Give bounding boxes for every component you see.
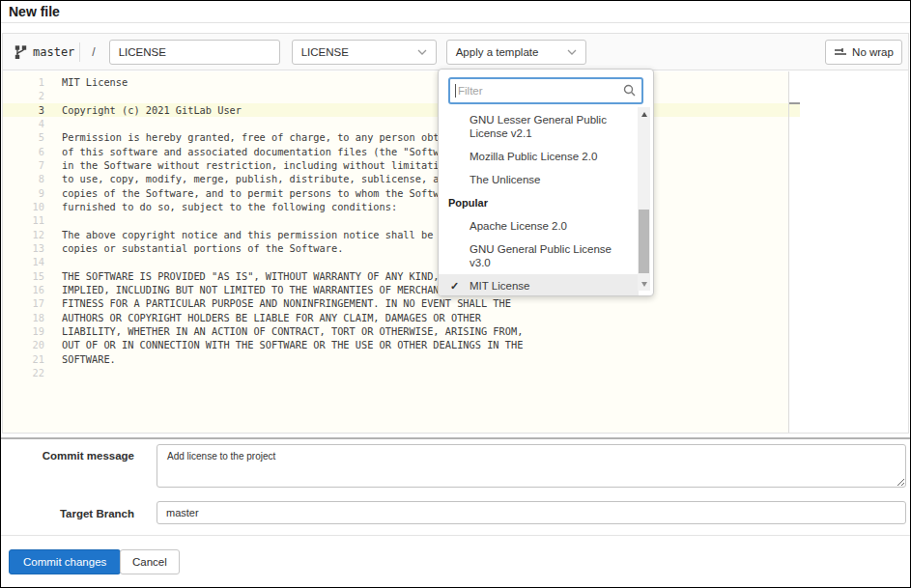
template-option[interactable]: GNU General Public License v3.0 — [439, 238, 639, 274]
code-line[interactable]: SOFTWARE. — [62, 352, 908, 366]
line-number: 3 — [3, 103, 44, 117]
commit-message-label: Commit message — [1, 450, 134, 462]
template-option[interactable]: The Unlicense — [439, 168, 639, 191]
no-wrap-icon — [834, 46, 847, 58]
template-option-label: Mozilla Public License 2.0 — [470, 151, 597, 162]
scroll-up-icon — [641, 112, 647, 117]
line-number: 14 — [3, 255, 44, 268]
line-number: 1 — [3, 75, 44, 89]
filter-field — [448, 77, 643, 104]
scrollbar-thumb[interactable] — [639, 210, 649, 273]
code-line[interactable]: OUT OF OR IN CONNECTION WITH THE SOFTWAR… — [62, 338, 908, 351]
commit-message-input[interactable]: Add license to the project — [157, 444, 906, 488]
branch-ref: master — [14, 45, 74, 59]
chevron-down-icon — [567, 49, 577, 55]
line-number: 17 — [3, 296, 44, 310]
git-branch-icon — [14, 45, 27, 59]
editor-gutter: 12345678910111213141516171819202122 — [3, 75, 44, 379]
line-number: 6 — [3, 145, 44, 158]
line-number: 19 — [3, 324, 44, 338]
license-type-select[interactable]: LICENSE — [292, 40, 437, 65]
line-number: 22 — [3, 366, 44, 379]
chevron-down-icon — [417, 49, 427, 55]
line-number: 9 — [3, 186, 44, 200]
template-option-label: GNU General Public License v3.0 — [470, 243, 612, 268]
template-option-label: Apache License 2.0 — [470, 220, 567, 232]
cancel-button[interactable]: Cancel — [120, 549, 180, 574]
commit-changes-button[interactable]: Commit changes — [9, 549, 121, 574]
check-icon: ✓ — [450, 279, 459, 293]
template-option-label: GNU Lesser General Public License v2.1 — [470, 114, 607, 139]
file-toolbar: master / LICENSE Apply a template — [3, 34, 908, 70]
dropdown-section-header: Popular — [439, 191, 639, 214]
line-number: 10 — [3, 200, 44, 213]
line-number: 16 — [3, 283, 44, 296]
template-option[interactable]: ✓MIT License — [439, 274, 639, 296]
line-number: 12 — [3, 228, 44, 241]
filename-input[interactable] — [109, 40, 280, 65]
section-divider — [1, 437, 910, 439]
page-title: New file — [9, 4, 60, 19]
no-wrap-label: No wrap — [852, 46, 894, 58]
line-number: 7 — [3, 158, 44, 172]
line-number: 11 — [3, 213, 44, 227]
line-number: 13 — [3, 241, 44, 255]
path-separator: / — [92, 45, 95, 59]
template-option[interactable]: Apache License 2.0 — [439, 214, 639, 238]
code-line[interactable]: FITNESS FOR A PARTICULAR PURPOSE AND NON… — [62, 296, 908, 310]
footer-divider — [1, 535, 910, 536]
template-option[interactable]: Mozilla Public License 2.0 — [439, 145, 639, 168]
apply-template-select-value: Apply a template — [456, 46, 539, 58]
search-icon — [623, 84, 636, 97]
no-wrap-button[interactable]: No wrap — [825, 40, 902, 65]
scroll-up-button[interactable] — [638, 107, 650, 121]
template-option-label: The Unlicense — [470, 174, 541, 185]
text-caret — [455, 84, 456, 98]
scrollbar-track[interactable] — [638, 121, 650, 277]
template-option-label: MIT License — [470, 280, 529, 292]
template-option[interactable]: GNU Lesser General Public License v2.1 — [439, 108, 639, 145]
code-line[interactable]: LIABILITY, WHETHER IN AN ACTION OF CONTR… — [62, 324, 908, 338]
code-line[interactable] — [62, 366, 908, 379]
toolbar-divider — [79, 42, 80, 62]
target-branch-label: Target Branch — [1, 508, 134, 519]
line-number: 5 — [3, 130, 44, 144]
new-file-page: New file master / LICENSE — [0, 0, 911, 588]
line-number: 2 — [3, 89, 44, 102]
dropdown-scrollbar[interactable] — [638, 107, 650, 291]
branch-name: master — [33, 45, 74, 59]
line-number: 4 — [3, 117, 44, 130]
title-divider — [1, 22, 910, 23]
line-number: 20 — [3, 338, 44, 351]
line-number: 15 — [3, 269, 44, 283]
code-line[interactable]: AUTHORS OR COPYRIGHT HOLDERS BE LIABLE F… — [62, 311, 908, 324]
apply-template-select[interactable]: Apply a template — [446, 40, 586, 65]
license-type-select-value: LICENSE — [301, 46, 349, 58]
template-dropdown: GNU Lesser General Public License v2.1Mo… — [438, 69, 654, 296]
template-list: GNU Lesser General Public License v2.1Mo… — [439, 108, 639, 296]
scroll-down-icon — [641, 282, 647, 287]
template-filter-input[interactable] — [448, 77, 643, 104]
target-branch-input[interactable] — [157, 501, 906, 524]
line-number: 8 — [3, 172, 44, 185]
line-number: 18 — [3, 311, 44, 324]
line-number: 21 — [3, 352, 44, 366]
scroll-down-button[interactable] — [638, 277, 650, 291]
